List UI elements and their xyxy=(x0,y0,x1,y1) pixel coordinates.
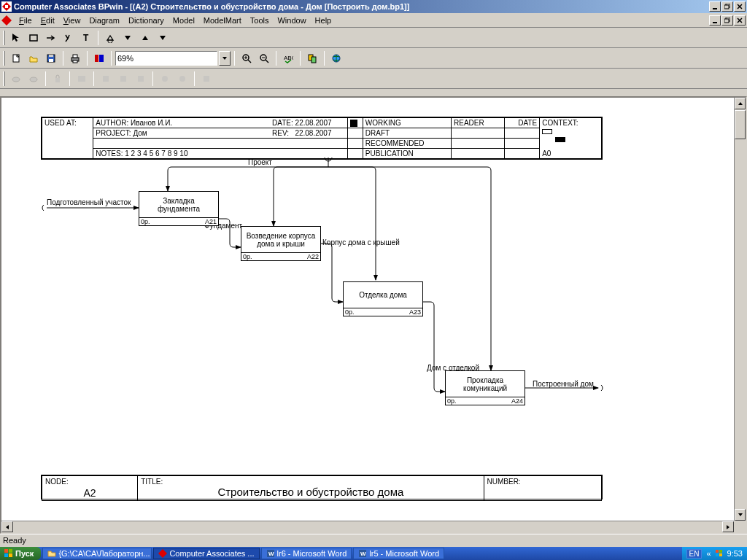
scroll-left-icon[interactable] xyxy=(1,521,13,532)
tray-app-icon[interactable] xyxy=(716,550,723,557)
start-button[interactable]: Пуск xyxy=(0,547,41,560)
taskbar-item-word1[interactable]: W lr6 - Microsoft Word xyxy=(261,548,352,559)
system-tray: EN « 9:53 xyxy=(682,547,747,560)
clock[interactable]: 9:53 xyxy=(727,549,743,558)
activity-box-a21[interactable]: Закладка фундамента 0р.A21 xyxy=(139,191,219,226)
svg-rect-42 xyxy=(716,550,719,553)
tray-expand-icon[interactable]: « xyxy=(706,549,711,558)
menu-window[interactable]: Window xyxy=(273,15,310,26)
svg-rect-37 xyxy=(9,553,12,557)
zoom-out-icon[interactable] xyxy=(256,50,272,66)
menu-edit[interactable]: Edit xyxy=(36,15,59,26)
title-bar: Computer Associates BPwin - [(A2) Строит… xyxy=(0,0,747,13)
activity-box-a23[interactable]: Отделка дома 0р.A23 xyxy=(343,281,423,316)
menu-diagram[interactable]: Diagram xyxy=(85,15,124,26)
windows-logo-icon xyxy=(4,549,13,558)
taskbar: Пуск {G:\CA\CA\Лабораторн... Computer As… xyxy=(0,547,747,560)
spellcheck-icon[interactable]: ABC xyxy=(280,50,296,66)
prev-sibling-icon[interactable] xyxy=(137,30,153,46)
open-icon[interactable] xyxy=(26,50,42,66)
close-button[interactable] xyxy=(734,1,746,12)
mm-btn5-icon xyxy=(174,71,190,87)
toolbar-standard: ABC xyxy=(0,48,747,69)
diagram-canvas[interactable]: USED AT: AUTHOR: Иванов И.И. DATE: 22.08… xyxy=(0,96,747,534)
next-sibling-icon[interactable] xyxy=(155,30,171,46)
svg-rect-43 xyxy=(719,550,722,553)
menu-tools[interactable]: Tools xyxy=(246,15,274,26)
scroll-right-icon[interactable] xyxy=(722,521,734,532)
go-child-icon[interactable] xyxy=(120,30,136,46)
app-icon xyxy=(1,1,12,12)
zoom-dropdown-icon[interactable] xyxy=(219,51,231,66)
svg-text:W: W xyxy=(268,551,274,557)
vertical-scrollbar[interactable] xyxy=(734,98,746,521)
zoom-in-icon[interactable] xyxy=(239,50,255,66)
diagram-page: USED AT: AUTHOR: Иванов И.И. DATE: 22.08… xyxy=(36,112,664,534)
mdi-minimize-button[interactable] xyxy=(709,15,721,26)
mm-btn1-icon xyxy=(98,71,114,87)
taskbar-item-bpwin[interactable]: Computer Associates ... xyxy=(153,548,259,559)
activity-box-a24[interactable]: Прокладка комуникаций 0р.A24 xyxy=(445,370,525,405)
activity-box-a22[interactable]: Возведение корпуса дома и крыши 0р.A22 xyxy=(241,226,321,261)
svg-point-31 xyxy=(162,76,168,82)
scroll-up-icon[interactable] xyxy=(735,98,746,109)
mdi-close-button[interactable] xyxy=(734,15,746,26)
zoom-combo[interactable] xyxy=(115,51,217,66)
scroll-thumb[interactable] xyxy=(735,110,746,139)
text-tool-icon[interactable]: T xyxy=(78,30,94,46)
svg-point-25 xyxy=(30,77,37,82)
svg-text:T: T xyxy=(83,33,89,43)
pointer-tool-icon[interactable] xyxy=(8,30,24,46)
svg-rect-29 xyxy=(120,76,126,82)
svg-point-24 xyxy=(12,77,20,82)
mdi-icon xyxy=(1,15,12,26)
toolbar-grip[interactable] xyxy=(3,51,5,66)
menu-dictionary[interactable]: Dictionary xyxy=(124,15,169,26)
svg-rect-28 xyxy=(103,76,109,82)
taskbar-item-word2[interactable]: W lr5 - Microsoft Word xyxy=(353,548,444,559)
zoom-input[interactable] xyxy=(117,54,215,63)
activity-box-tool-icon[interactable] xyxy=(26,30,42,46)
save-icon[interactable] xyxy=(43,50,59,66)
menu-model[interactable]: Model xyxy=(169,15,199,26)
menu-view[interactable]: View xyxy=(59,15,85,26)
mm-library-icon xyxy=(74,71,90,87)
svg-rect-0 xyxy=(5,5,8,8)
start-label: Пуск xyxy=(15,549,34,558)
menu-file[interactable]: File xyxy=(15,15,36,26)
toolbar-grip[interactable] xyxy=(3,31,5,45)
svg-rect-14 xyxy=(73,55,77,58)
scroll-corner xyxy=(734,521,746,532)
mm-open-icon xyxy=(26,71,42,87)
scroll-down-icon[interactable] xyxy=(735,509,746,521)
report-icon[interactable] xyxy=(304,50,320,66)
mm-btn4-icon xyxy=(157,71,173,87)
menu-modelmart[interactable]: ModelMart xyxy=(199,15,246,26)
arrow-label-project: Проект xyxy=(248,158,272,166)
model-explorer-icon[interactable] xyxy=(91,50,107,66)
globe-icon[interactable] xyxy=(328,50,344,66)
svg-rect-26 xyxy=(55,78,60,82)
menu-help[interactable]: Help xyxy=(311,15,336,26)
svg-point-32 xyxy=(179,76,185,82)
squiggle-tool-icon[interactable] xyxy=(61,30,77,46)
mdi-restore-button[interactable] xyxy=(721,15,733,26)
svg-rect-44 xyxy=(716,553,719,556)
taskbar-item-explorer[interactable]: {G:\CA\CA\Лабораторн... xyxy=(42,548,152,559)
svg-rect-12 xyxy=(49,55,53,57)
minimize-button[interactable] xyxy=(709,1,721,12)
arrow-label-output: Построенный дом xyxy=(533,380,594,388)
svg-rect-22 xyxy=(311,57,316,63)
toolbar-grip[interactable] xyxy=(3,71,5,86)
new-icon[interactable] xyxy=(8,50,24,66)
horizontal-scrollbar[interactable] xyxy=(1,521,734,532)
go-parent-icon[interactable] xyxy=(102,30,118,46)
svg-rect-27 xyxy=(78,76,85,82)
print-icon[interactable] xyxy=(67,50,83,66)
svg-rect-16 xyxy=(95,55,98,62)
restore-button[interactable] xyxy=(721,1,733,12)
diagram-arrows xyxy=(36,112,664,534)
arrow-tool-icon[interactable] xyxy=(43,30,59,46)
bpwin-icon xyxy=(158,549,167,558)
language-indicator[interactable]: EN xyxy=(686,549,703,559)
